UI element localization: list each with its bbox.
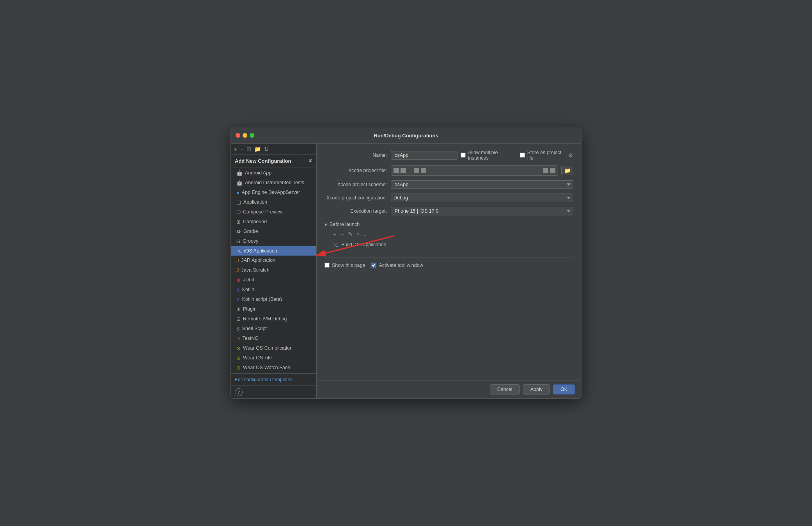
copy-config-button[interactable]: ⊡ (246, 146, 251, 152)
list-item-label: Kotlin script (Beta) (242, 297, 282, 302)
list-item-application[interactable]: ▢ Application (231, 197, 316, 207)
show-this-page-checkbox[interactable] (324, 263, 330, 268)
allow-multiple-checkbox[interactable] (461, 153, 466, 158)
before-launch-down-button[interactable]: ↓ (363, 231, 367, 238)
execution-target-field: iPhone 15 | iOS 17.0 (391, 207, 573, 215)
build-ios-icon: ⌥ (332, 242, 338, 248)
before-launch-add-button[interactable]: + (332, 231, 337, 238)
list-item-label: Compose Preview (243, 209, 282, 215)
show-this-page-label: Show this page (332, 263, 365, 268)
cancel-button[interactable]: Cancel (490, 384, 520, 394)
list-item-remote-jvm[interactable]: ⊡ Remote JVM Debug (231, 314, 316, 324)
file-block-4 (421, 168, 426, 173)
activate-tool-window-checkbox[interactable] (371, 263, 376, 268)
list-item-label: Kotlin (242, 287, 254, 292)
android-instrumented-icon: 🤖 (236, 180, 243, 186)
xcode-project-configuration-field: Debug (391, 194, 573, 202)
list-item-label: JUnit (243, 277, 254, 283)
list-item-shell-script[interactable]: S Shell Script (231, 324, 316, 334)
title-bar: Run/Debug Configurations (231, 128, 581, 144)
store-as-project-group: Store as project file ⚙ (520, 150, 573, 161)
list-item-android-instrumented[interactable]: 🤖 Android Instrumented Tests (231, 178, 316, 188)
sort-config-button[interactable]: ⇅ (264, 146, 269, 152)
list-item-label: App Engine DevAppServer (242, 190, 300, 195)
close-panel-button[interactable]: ✕ (308, 158, 312, 164)
list-item-java-scratch[interactable]: J Java Scratch (231, 265, 316, 275)
compose-preview-icon: ⬡ (236, 209, 241, 215)
xcode-project-configuration-row: Xcode project configuration: Debug (324, 194, 573, 202)
list-item-junit[interactable]: ⊕ JUnit (231, 275, 316, 285)
compound-icon: ⊞ (236, 219, 241, 225)
android-app-icon: 🤖 (236, 170, 243, 176)
before-launch-header[interactable]: ▾ Before launch (324, 222, 573, 227)
browse-file-button[interactable]: 📁 (561, 166, 573, 175)
file-block-5 (543, 168, 548, 173)
jar-application-icon: J (236, 258, 239, 263)
xcode-project-file-input[interactable] (391, 165, 558, 176)
name-label: Name: (324, 153, 387, 158)
list-item-jar-application[interactable]: J JAR Application (231, 256, 316, 265)
before-launch-chevron-icon: ▾ (324, 222, 327, 227)
list-item-app-engine[interactable]: ● App Engine DevAppServer (231, 188, 316, 197)
list-item-compound[interactable]: ⊞ Compound (231, 217, 316, 227)
list-item-gradle[interactable]: ♻ Gradle (231, 227, 316, 236)
list-item-kotlin[interactable]: K Kotlin (231, 285, 316, 295)
list-item-kotlin-script[interactable]: K Kotlin script (Beta) (231, 295, 316, 304)
list-item-label: Wear OS Watch Face (243, 365, 290, 370)
wear-os-watch-face-icon: ⊙ (236, 365, 241, 371)
folder-config-button[interactable]: 📁 (254, 146, 261, 152)
xcode-project-file-field: 📁 (391, 165, 573, 176)
store-as-project-gear-icon[interactable]: ⚙ (568, 152, 573, 158)
activate-tool-window-label: Activate tool window (379, 263, 423, 268)
list-item-label: Android Instrumented Tests (245, 180, 304, 185)
ok-button[interactable]: OK (553, 384, 575, 394)
plugin-icon: ⊞ (236, 306, 241, 312)
before-launch-edit-button[interactable]: ✎ (347, 231, 354, 238)
xcode-project-scheme-label: Xcode project scheme: (324, 182, 387, 187)
name-row: Name: Allow multiple instances Store as … (324, 150, 573, 161)
close-button[interactable] (236, 133, 240, 138)
list-item-android-app[interactable]: 🤖 Android App (231, 168, 316, 178)
help-button[interactable]: ? (235, 388, 243, 396)
list-item-testng[interactable]: N TestNG (231, 334, 316, 343)
list-item-ios-application[interactable]: ⌥ iOS Application (231, 246, 316, 256)
right-panel: Name: Allow multiple instances Store as … (317, 144, 581, 398)
allow-multiple-label: Allow multiple instances (468, 150, 517, 161)
list-item-compose-preview[interactable]: ⬡ Compose Preview (231, 207, 316, 217)
before-launch-remove-button[interactable]: − (340, 231, 345, 238)
junit-icon: ⊕ (236, 277, 241, 283)
maximize-button[interactable] (250, 133, 254, 138)
apply-button[interactable]: Apply (523, 384, 550, 394)
before-launch-up-button[interactable]: ↑ (356, 231, 361, 238)
list-item-label: Compound (243, 219, 267, 224)
edit-templates-link[interactable]: Edit configuration templates... (235, 377, 312, 382)
list-item-plugin[interactable]: ⊞ Plugin (231, 304, 316, 314)
execution-target-row: Execution target: iPhone 15 | iOS 17.0 (324, 207, 573, 215)
execution-target-dropdown[interactable]: iPhone 15 | iOS 17.0 (391, 207, 573, 215)
list-item-wear-os-watch-face[interactable]: ⊙ Wear OS Watch Face (231, 363, 316, 373)
file-block-3 (414, 168, 419, 173)
remove-config-button[interactable]: − (240, 146, 243, 152)
minimize-button[interactable] (243, 133, 247, 138)
file-block-6 (550, 168, 555, 173)
dialog-title: Run/Debug Configurations (374, 133, 438, 139)
java-scratch-icon: J (236, 267, 239, 273)
xcode-project-configuration-dropdown[interactable]: Debug (391, 194, 573, 202)
name-field: Allow multiple instances Store as projec… (391, 150, 573, 161)
add-config-button[interactable]: + (234, 146, 237, 152)
store-as-project-checkbox[interactable] (520, 153, 525, 158)
xcode-project-scheme-row: Xcode project scheme: iosApp (324, 180, 573, 189)
app-engine-icon: ● (236, 190, 239, 195)
right-content: Name: Allow multiple instances Store as … (317, 144, 581, 380)
execution-target-label: Execution target: (324, 208, 387, 214)
list-item-wear-os-complication[interactable]: ⊙ Wear OS Complication (231, 343, 316, 353)
list-item-groovy[interactable]: G Groovy (231, 236, 316, 246)
name-input[interactable] (391, 151, 457, 160)
traffic-lights (236, 133, 254, 138)
shell-script-icon: S (236, 326, 240, 332)
xcode-project-scheme-dropdown[interactable]: iosApp (391, 180, 573, 189)
list-item-label: Android App (245, 170, 271, 176)
left-panel-header: Add New Configuration ✕ (231, 155, 316, 167)
dialog-footer: Cancel Apply OK (317, 380, 581, 398)
list-item-wear-os-tile[interactable]: ⊙ Wear OS Tile (231, 353, 316, 363)
